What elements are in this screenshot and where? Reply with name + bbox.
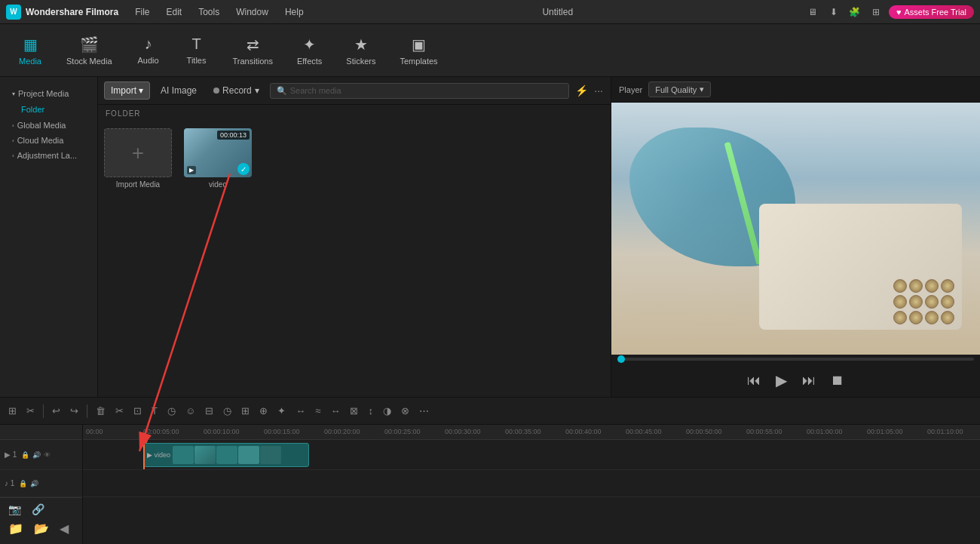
tl-cut-button[interactable]: ✂ — [112, 403, 127, 419]
tool-titles[interactable]: T Titles — [174, 31, 219, 69]
tl-grid-button[interactable]: ⊞ — [5, 403, 20, 419]
menu-file[interactable]: File — [127, 4, 157, 20]
ai-image-button[interactable]: AI Image — [155, 82, 203, 99]
tl-resize-button[interactable]: ↔ — [292, 403, 309, 419]
preview-video — [611, 103, 980, 355]
sidebar-collapse[interactable]: ◀ — [56, 519, 72, 538]
menu-edit[interactable]: Edit — [158, 4, 189, 20]
well-8 — [941, 295, 954, 309]
tool-audio[interactable]: ♪ Audio — [126, 31, 171, 69]
tool-templates[interactable]: ▣ Templates — [389, 31, 448, 70]
tl-expand-button[interactable]: ⊞ — [237, 403, 253, 419]
add-audio-track[interactable]: 🔗 — [28, 501, 48, 518]
audio-track-header: ♪ 1 🔒 🔊 — [0, 470, 82, 497]
tl-wave-button[interactable]: ≈ — [311, 403, 324, 419]
stop-button[interactable]: ⏹ — [828, 370, 847, 392]
import-plus-icon: + — [132, 141, 144, 165]
preview-progress[interactable] — [611, 355, 980, 364]
tl-split-button[interactable]: ⊠ — [346, 403, 362, 419]
tl-timer2-button[interactable]: ◷ — [219, 403, 235, 419]
tl-resize2-button[interactable]: ↔ — [326, 403, 344, 419]
video-thumb[interactable]: 00:00:13 ✓ ▶ — [184, 128, 252, 177]
cloud-media-chevron: › — [12, 137, 14, 144]
adjustment-header[interactable]: › Adjustment La... — [8, 148, 90, 163]
tl-frame-button[interactable]: ⊟ — [201, 403, 217, 419]
menu-window[interactable]: Window — [228, 4, 276, 20]
tl-plus-button[interactable]: ⊕ — [256, 403, 271, 419]
tl-redo-button[interactable]: ↪ — [66, 403, 82, 419]
menu-help[interactable]: Help — [277, 4, 311, 20]
download-icon[interactable]: ⬇ — [825, 4, 842, 20]
play-button[interactable]: ▶ — [773, 368, 790, 392]
record-button[interactable]: Record ▾ — [207, 82, 265, 99]
templates-label: Templates — [400, 57, 437, 66]
ruler-mark-3: 00:00:15:00 — [264, 428, 300, 435]
project-media-header[interactable]: ▾ Project Media — [8, 86, 90, 101]
eye-icon: 👁 — [44, 451, 51, 459]
import-button[interactable]: Import ▾ — [104, 81, 150, 100]
plugin-icon[interactable]: 🧩 — [847, 4, 863, 20]
preview-panel: Player Full Quality ▾ — [611, 77, 980, 397]
progress-bar[interactable] — [617, 358, 974, 361]
global-media-header[interactable]: › Global Media — [8, 118, 90, 133]
video-track-header: ▶ 1 🔒 🔊 👁 — [0, 440, 82, 470]
templates-icon: ▣ — [412, 35, 426, 54]
tool-media[interactable]: ▦ Media — [8, 31, 53, 70]
timeline-body: ▶ 1 🔒 🔊 👁 ♪ 1 🔒 🔊 📷 🔗 00:00 00:00:05:00 — [0, 425, 980, 544]
tool-effects[interactable]: ✦ Effects — [286, 31, 332, 70]
menu-tools[interactable]: Tools — [191, 4, 227, 20]
folder-section-label: FOLDER — [98, 105, 611, 122]
filter-icon[interactable]: ⚡ — [574, 83, 590, 98]
sidebar-folder-icon[interactable]: 📂 — [30, 519, 53, 538]
ruler-spacer — [0, 425, 82, 440]
tl-dots-button[interactable]: ⋯ — [415, 403, 433, 419]
sidebar-add-folder[interactable]: 📁 — [5, 519, 27, 538]
stickers-icon: ★ — [354, 35, 368, 54]
tl-undo-button[interactable]: ↩ — [48, 403, 64, 419]
ruler-mark-5: 00:00:25:00 — [384, 428, 421, 435]
main-area: ▾ Project Media Folder › Global Media › … — [0, 77, 980, 397]
tl-text-button[interactable]: T — [148, 403, 161, 419]
tl-face-button[interactable]: ☺ — [182, 403, 199, 419]
well-4 — [941, 279, 954, 293]
tl-snap-button[interactable]: ✂ — [23, 403, 38, 419]
record-label: Record — [222, 85, 252, 96]
playhead-head — [140, 436, 148, 444]
tl-crop-button[interactable]: ⊡ — [130, 403, 145, 419]
progress-dot[interactable] — [617, 355, 625, 363]
more-icon[interactable]: ··· — [593, 83, 605, 98]
media-icon: ▦ — [23, 35, 38, 54]
tl-timer-button[interactable]: ◷ — [164, 403, 179, 419]
tl-power-button[interactable]: ⊗ — [397, 403, 413, 419]
preview-controls: ⏮ ▶ ⏭ ⏹ — [611, 364, 980, 397]
import-media-item[interactable]: + Import Media — [104, 128, 172, 189]
cloud-media-header[interactable]: › Cloud Media — [8, 133, 90, 148]
playhead[interactable] — [143, 440, 145, 469]
next-frame-button[interactable]: ⏭ — [799, 370, 819, 392]
tool-transitions[interactable]: ⇄ Transitions — [222, 31, 283, 70]
search-icon: 🔍 — [277, 86, 287, 96]
tool-stickers[interactable]: ★ Stickers — [335, 31, 386, 70]
window-title: Untitled — [320, 7, 795, 17]
tl-delete-button[interactable]: 🗑 — [92, 403, 109, 419]
video-media-item[interactable]: 00:00:13 ✓ ▶ video — [184, 128, 252, 189]
prev-frame-button[interactable]: ⏮ — [744, 370, 764, 392]
monitor-icon[interactable]: 🖥 — [804, 4, 821, 20]
video-clip[interactable]: ▶ video — [143, 443, 309, 467]
tool-stock-media[interactable]: 🎬 Stock Media — [56, 31, 123, 70]
add-video-track[interactable]: 📷 — [5, 501, 25, 518]
tl-expand2-button[interactable]: ↕ — [364, 403, 377, 419]
logo-icon: W — [6, 5, 21, 20]
tl-circle-button[interactable]: ◑ — [379, 403, 395, 419]
grid-icon[interactable]: ⊞ — [868, 4, 884, 20]
media-toolbar: Import ▾ AI Image Record ▾ 🔍 Search medi… — [98, 77, 611, 105]
audio-track-row — [83, 470, 980, 497]
ruler-mark-11: 00:00:55:00 — [746, 428, 782, 435]
quality-dropdown[interactable]: Full Quality ▾ — [648, 81, 711, 97]
search-box[interactable]: 🔍 Search media — [270, 83, 570, 99]
import-placeholder-thumb[interactable]: + — [104, 128, 172, 177]
tl-effect-button[interactable]: ✦ — [274, 403, 289, 419]
sidebar-folder[interactable]: Folder — [8, 101, 90, 118]
timeline-toolbar: ⊞ ✂ ↩ ↪ 🗑 ✂ ⊡ T ◷ ☺ ⊟ ◷ ⊞ ⊕ ✦ ↔ ≈ ↔ ⊠ ↕ … — [0, 398, 980, 425]
assets-free-trial-button[interactable]: ♥ Assets Free Trial — [889, 5, 974, 19]
